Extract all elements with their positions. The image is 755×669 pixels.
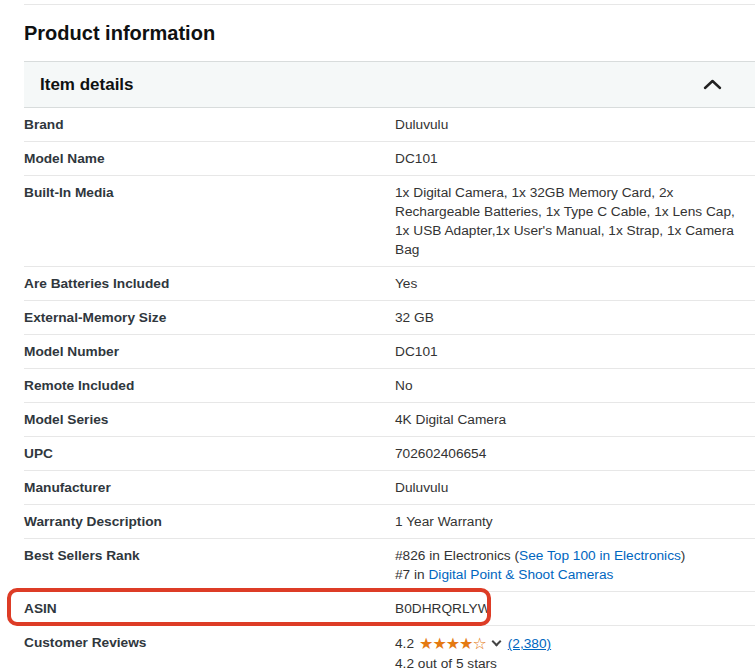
table-row: Remote Included No <box>24 369 755 403</box>
rating-summary: 4.2 out of 5 stars <box>395 654 737 669</box>
table-row: Model Number DC101 <box>24 335 755 369</box>
row-value: Duluvulu <box>395 478 743 497</box>
category-rank-link[interactable]: Digital Point & Shoot Cameras <box>428 567 613 582</box>
table-row-best-sellers-rank: Best Sellers Rank #826 in Electronics (S… <box>24 539 755 592</box>
table-row: UPC 702602406654 <box>24 437 755 471</box>
row-label: Warranty Description <box>24 512 395 531</box>
row-value: Duluvulu <box>395 115 743 134</box>
row-value: 1 Year Warranty <box>395 512 743 531</box>
outline-star: ☆ <box>472 635 485 652</box>
row-label: Model Name <box>24 149 395 168</box>
page-title: Product information <box>24 19 755 47</box>
bsr-rank-text-suffix: ) <box>681 548 686 563</box>
row-value: 4K Digital Camera <box>395 410 743 429</box>
table-row: Warranty Description 1 Year Warranty <box>24 505 755 539</box>
row-label: Built-In Media <box>24 183 395 202</box>
chevron-up-icon[interactable] <box>703 79 722 90</box>
row-value: 702602406654 <box>395 444 743 463</box>
best-sellers-rank-line-2: #7 in Digital Point & Shoot Cameras <box>395 565 737 584</box>
row-value: 4.2★★★★☆(2,380) 4.2 out of 5 stars <box>395 633 743 669</box>
asin-value: B0DHRQRLYW <box>395 599 743 618</box>
bsr-subrank-text: #7 in <box>395 567 428 582</box>
row-value: #826 in Electronics (See Top 100 in Elec… <box>395 546 743 584</box>
bsr-rank-text: #826 in Electronics ( <box>395 548 519 563</box>
rating-value: 4.2 <box>395 636 414 651</box>
item-details-title: Item details <box>40 75 134 95</box>
row-label: Manufacturer <box>24 478 395 497</box>
row-label: Best Sellers Rank <box>24 546 395 565</box>
row-label: Are Batteries Included <box>24 274 395 293</box>
review-rating-line: 4.2★★★★☆(2,380) <box>395 633 737 654</box>
row-label: External-Memory Size <box>24 308 395 327</box>
best-sellers-rank-line-1: #826 in Electronics (See Top 100 in Elec… <box>395 546 737 565</box>
row-label: ASIN <box>24 599 395 618</box>
row-label: UPC <box>24 444 395 463</box>
item-details-table: Brand Duluvulu Model Name DC101 Built-In… <box>24 108 755 669</box>
table-row: Manufacturer Duluvulu <box>24 471 755 505</box>
review-count-link[interactable]: (2,380) <box>508 636 551 651</box>
filled-stars: ★★★★ <box>419 635 472 652</box>
see-top-100-link[interactable]: See Top 100 in Electronics <box>519 548 681 563</box>
row-value: 1x Digital Camera, 1x 32GB Memory Card, … <box>395 183 743 259</box>
row-label: Model Number <box>24 342 395 361</box>
table-row: Model Series 4K Digital Camera <box>24 403 755 437</box>
table-row: Are Batteries Included Yes <box>24 267 755 301</box>
row-label: Brand <box>24 115 395 134</box>
chevron-down-icon[interactable] <box>491 637 501 647</box>
row-value: 32 GB <box>395 308 743 327</box>
product-information-section: Product information Item details Brand D… <box>0 4 755 669</box>
table-row-customer-reviews: Customer Reviews 4.2★★★★☆(2,380) 4.2 out… <box>24 626 755 669</box>
row-value: Yes <box>395 274 743 293</box>
row-value: DC101 <box>395 149 743 168</box>
star-rating-icon[interactable]: ★★★★☆ <box>419 635 486 652</box>
row-label: Customer Reviews <box>24 633 395 652</box>
table-row: Model Name DC101 <box>24 142 755 176</box>
item-details-header[interactable]: Item details <box>24 61 755 108</box>
row-label: Remote Included <box>24 376 395 395</box>
table-row: Built-In Media 1x Digital Camera, 1x 32G… <box>24 176 755 267</box>
row-label: Model Series <box>24 410 395 429</box>
table-row: Brand Duluvulu <box>24 108 755 142</box>
row-value: DC101 <box>395 342 743 361</box>
section-divider <box>24 4 755 5</box>
row-value: No <box>395 376 743 395</box>
table-row-asin: ASIN B0DHRQRLYW <box>24 592 755 626</box>
table-row: External-Memory Size 32 GB <box>24 301 755 335</box>
